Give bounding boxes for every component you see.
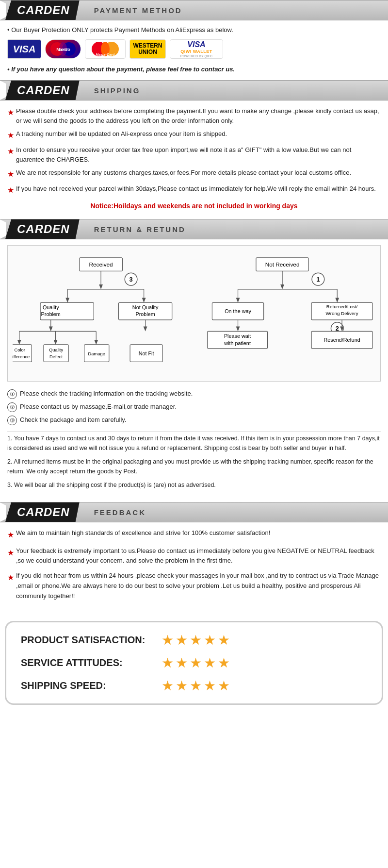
return-rule-1: 1. You have 7 days to contact us and 30 … [7, 434, 381, 453]
stars-3: ★ ★ ★ ★ ★ [162, 678, 230, 694]
notch-left-2 [0, 81, 6, 100]
svg-marker-17 [65, 298, 69, 303]
shipping-item-4: ★ We are not responsible for any customs… [7, 168, 381, 180]
svg-text:Defect: Defect [49, 354, 63, 359]
svg-text:Please wait: Please wait [224, 333, 251, 339]
star-f2: ★ [7, 547, 14, 559]
star-s3-1: ★ [162, 678, 174, 694]
svg-text:Damage: Damage [88, 351, 105, 356]
svg-marker-65 [236, 327, 240, 332]
star-2: ★ [7, 130, 14, 141]
svg-marker-18 [142, 298, 146, 303]
svg-text:Not Quality: Not Quality [132, 304, 159, 310]
satisfaction-row-3: SHIPPING SPEED: ★ ★ ★ ★ ★ [21, 678, 367, 694]
svg-text:Returned/Lost/: Returned/Lost/ [326, 304, 358, 309]
star-s2-3: ★ [190, 655, 202, 671]
svg-text:1: 1 [316, 276, 320, 283]
feedback-section: ★ We aim to maintain high standards of e… [0, 523, 388, 614]
star-s1-1: ★ [162, 632, 174, 648]
satisfaction-box: PRODUCT SATISFACTION: ★ ★ ★ ★ ★ SERVICE … [5, 621, 383, 705]
notch-left-3 [0, 219, 6, 239]
shipping-item-2: ★ A tracking number will be updated on A… [7, 129, 381, 141]
satisfaction-row-2: SERVICE ATTITUDES: ★ ★ ★ ★ ★ [21, 655, 367, 671]
svg-marker-56 [335, 298, 339, 303]
payment-title: PAYMENT METHOD [80, 0, 182, 20]
return-rule-2: 2. All returned items must be in the ori… [7, 457, 381, 476]
svg-marker-28 [144, 327, 147, 332]
svg-marker-51 [280, 284, 284, 289]
shipping-title: SHIPPING [80, 81, 141, 100]
star-5: ★ [7, 184, 14, 196]
satisfaction-row-1: PRODUCT SATISFACTION: ★ ★ ★ ★ ★ [21, 632, 367, 648]
divider-1 [7, 431, 381, 432]
svg-text:Maestro: Maestro [56, 47, 70, 52]
svg-text:Quality: Quality [43, 304, 59, 310]
star-4: ★ [7, 168, 14, 180]
return-section: Received 3 Quality Problem Not Quality P… [0, 240, 388, 502]
return-numbered: 1. You have 7 days to contact us and 30 … [7, 434, 381, 490]
star-s1-5: ★ [218, 632, 230, 648]
svg-text:Color: Color [15, 348, 25, 352]
flowchart-svg: Received 3 Quality Problem Not Quality P… [13, 253, 375, 372]
svg-text:3: 3 [129, 276, 133, 283]
western-union-icon: WESTERN UNION [129, 39, 166, 59]
feedback-header: CARDEN FEEDBACK [0, 502, 388, 522]
return-brand: CARDEN [5, 219, 80, 239]
shipping-item-5: ★ If you have not received your parcel w… [7, 184, 381, 196]
satisfaction-label-1: PRODUCT SATISFACTION: [21, 634, 157, 646]
satisfaction-label-2: SERVICE ATTITUDES: [21, 657, 157, 668]
svg-text:Quality: Quality [49, 348, 63, 352]
notch-left [0, 0, 6, 20]
feedback-title: FEEDBACK [80, 502, 146, 522]
payment-section: • Our Buyer Protection ONLY protects Pay… [0, 21, 388, 80]
svg-text:Received: Received [89, 261, 113, 268]
feedback-item-1: ★ We aim to maintain high standards of e… [7, 528, 381, 541]
return-point-3: ③ Check the package and item carefully. [7, 415, 381, 425]
feedback-brand: CARDEN [5, 502, 80, 522]
flowchart: Received 3 Quality Problem Not Quality P… [7, 245, 381, 382]
svg-text:with patient: with patient [224, 340, 251, 346]
star-s1-4: ★ [204, 632, 216, 648]
star-s2-1: ★ [162, 655, 174, 671]
return-rule-3: 3. We will bear all the shipping cost if… [7, 480, 381, 490]
svg-text:Not  Received: Not Received [265, 261, 300, 268]
visa-qiwi-icon: VISA QIWI WALLET POWERED BY QIFC [170, 39, 223, 59]
svg-text:Problem: Problem [135, 311, 155, 317]
visa-icon: VISA [7, 39, 41, 59]
svg-text:Resend/Refund: Resend/Refund [324, 337, 360, 343]
shipping-notice: Notice:Hoildays and weekends are not inc… [7, 200, 381, 212]
star-s3-4: ★ [204, 678, 216, 694]
return-points: ① Please check the tracking information … [7, 389, 381, 425]
satisfaction-label-3: SHIPPING SPEED: [21, 680, 157, 691]
payment-note: • Our Buyer Protection ONLY protects Pay… [7, 26, 381, 33]
payment-contact: • If you have any question about the pay… [7, 66, 381, 73]
svg-marker-33 [17, 340, 21, 345]
star-s1-2: ★ [176, 632, 188, 648]
svg-marker-13 [99, 284, 103, 289]
star-s1-3: ★ [190, 632, 202, 648]
shipping-item-3: ★ In order to ensure you receive your or… [7, 145, 381, 164]
shipping-brand: CARDEN [5, 81, 80, 100]
circle-num-3: ③ [7, 416, 17, 425]
mastercard-icon: MasterCard [85, 39, 126, 59]
svg-marker-35 [94, 340, 98, 345]
svg-text:difference: difference [13, 354, 30, 359]
star-1: ★ [7, 107, 14, 118]
return-point-1: ① Please check the tracking information … [7, 389, 381, 399]
svg-marker-34 [54, 340, 58, 345]
star-s3-3: ★ [190, 678, 202, 694]
return-point-2: ② Please contact us by massage,E-mail,or… [7, 402, 381, 412]
star-s3-5: ★ [218, 678, 230, 694]
star-s2-5: ★ [218, 655, 230, 671]
circle-num-1: ① [7, 389, 17, 399]
feedback-item-2: ★ Your feedback is extremely important t… [7, 546, 381, 567]
return-header: CARDEN RETURN & RETUND [0, 219, 388, 239]
feedback-item-3: ★ If you did not hear from us within 24 … [7, 571, 381, 601]
return-title: RETURN & RETUND [80, 219, 186, 239]
svg-text:Wrong Delivery: Wrong Delivery [326, 311, 358, 316]
shipping-header: CARDEN SHIPPING [0, 80, 388, 100]
payment-icons: VISA Maestro MasterCard WESTERN UNION [7, 39, 381, 59]
payment-brand: CARDEN [5, 0, 80, 20]
star-s3-2: ★ [176, 678, 188, 694]
svg-text:Problem: Problem [41, 311, 61, 317]
